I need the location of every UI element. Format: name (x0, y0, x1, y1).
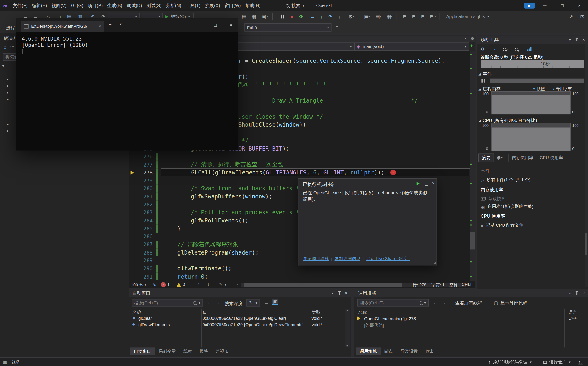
breakpoint-margin[interactable] (128, 249, 137, 257)
breakpoint-margin[interactable] (128, 217, 137, 225)
horizontal-scrollbar-thumb[interactable] (244, 283, 402, 287)
callstack-tab[interactable]: 调用堆栈 (356, 347, 380, 355)
titlebar-search[interactable]: 搜索 ▾ (286, 0, 304, 11)
column-language[interactable]: 语言 (569, 310, 577, 315)
breakpoint-margin[interactable] (128, 272, 137, 280)
frame-name[interactable]: [外部代码] (364, 322, 384, 328)
step-into-icon[interactable]: ↓ (317, 11, 326, 22)
menu-item[interactable]: 项目(P) (86, 0, 105, 11)
console-close-button[interactable]: × (225, 18, 237, 32)
bookmark-folder-icon[interactable]: ⚑ (418, 11, 427, 22)
gear-icon[interactable]: ⚙ (471, 36, 474, 41)
popup-link[interactable]: 启动 Live Share 会话... (366, 256, 410, 262)
breakpoint-margin[interactable] (128, 161, 137, 169)
code-line-276[interactable]: 276 (128, 153, 470, 161)
tab-close-icon[interactable]: × (99, 24, 101, 29)
tree-item[interactable]: ▸ (7, 91, 9, 95)
forward-icon[interactable]: → (216, 300, 220, 305)
tree-item[interactable]: ▸ (7, 77, 9, 81)
autos-search-input[interactable]: 搜索(Ctrl+E) ▾ (132, 299, 203, 307)
popup-link[interactable]: 显示调用堆栈 (303, 256, 329, 262)
close-icon[interactable]: × (343, 289, 349, 297)
autos-header[interactable]: 自动窗口 ▾ × (128, 289, 351, 297)
minimize-button[interactable]: ─ (536, 0, 553, 11)
variable-value[interactable]: 0x00007ff69ca71e23 {OpenGL.exe!glClear} (202, 316, 286, 321)
close-icon[interactable]: × (581, 36, 586, 44)
breakpoint-margin[interactable] (128, 233, 137, 241)
menu-item[interactable]: 视图(V) (49, 0, 69, 11)
pin-icon[interactable] (574, 36, 580, 44)
chevron-down-icon[interactable]: ▾ (391, 11, 393, 22)
callstack-search-input[interactable]: 搜索(Ctrl+E) ▾ (357, 299, 429, 307)
tree-item[interactable]: ▸ (7, 122, 9, 126)
sync-icon[interactable]: ⟳ (10, 44, 14, 49)
console-output[interactable]: 4.6.0 NVIDIA 551.23[OpenGL Error] (1280) (16, 32, 238, 150)
cpu-chart[interactable] (491, 123, 571, 151)
chevron-down-icon[interactable]: ▾ (330, 289, 335, 297)
column-divider[interactable] (309, 309, 309, 348)
app-insights-dropdown[interactable]: Application Insights ▾ (446, 11, 489, 22)
autos-scrollbar[interactable]: ▴ ▾ (345, 309, 350, 348)
close-button[interactable]: × (571, 0, 588, 11)
solution-explorer-icon[interactable]: ▤ (240, 11, 248, 22)
feedback-icon[interactable]: ✉ (578, 11, 586, 22)
show-next-statement-icon[interactable]: → (308, 11, 317, 22)
hex-toggle-icon[interactable]: ▣ (272, 299, 278, 305)
tree-item[interactable]: ▸ (7, 84, 9, 88)
reset-view-icon[interactable] (527, 47, 531, 51)
maximize-button[interactable]: □ (553, 0, 571, 11)
menu-item[interactable]: 调试(D) (124, 0, 144, 11)
warning-indicator[interactable]: 0 (177, 282, 185, 287)
bookmark-prev-icon[interactable]: ⚑ (401, 11, 409, 22)
breakpoint-margin[interactable] (128, 192, 137, 200)
chevron-down-icon[interactable]: ▾ (567, 289, 573, 297)
autos-tab[interactable]: 线程 (179, 347, 196, 355)
show-external-code-button[interactable]: ▢ 显示外部代码 (494, 299, 527, 307)
column-name[interactable]: 名称 (358, 310, 367, 315)
zoom-dropdown[interactable]: 100 % ▾ (131, 281, 146, 288)
menu-item[interactable]: 编辑(E) (30, 0, 49, 11)
chevron-down-icon[interactable]: ▾ (353, 11, 355, 22)
callstack-tab[interactable]: 断点 (380, 347, 397, 355)
column-divider[interactable] (565, 309, 565, 348)
scroll-up-icon[interactable]: ▴ (347, 309, 348, 312)
add-to-source-control-button[interactable]: ↑ 添加到源代码管理 ▾ (489, 358, 531, 366)
tree-item[interactable]: ▸ (7, 97, 9, 101)
close-icon[interactable]: × (432, 181, 435, 186)
editor-scrollbar-thumb[interactable] (470, 232, 475, 250)
breakpoint-margin[interactable] (128, 168, 137, 176)
feedback-window-icon[interactable]: ▣ (3, 359, 7, 364)
console-tab[interactable]: ›_ E:\Desktop\WorkStaff\ProG\6 × (21, 21, 104, 32)
breakpoint-margin[interactable] (128, 176, 137, 184)
diag-tab[interactable]: CPU 使用率 (537, 154, 566, 162)
menu-item[interactable]: 工具(T) (183, 0, 203, 11)
chevron-down-icon[interactable]: ▾ (267, 11, 268, 22)
new-tab-icon[interactable]: + (109, 22, 112, 27)
variable-value[interactable]: 0x00007ff69ca71e29 {OpenGL.exe!glDrawEle… (202, 322, 304, 327)
callstack-header[interactable]: 调用堆栈 ▾ × (354, 289, 588, 297)
console-maximize-button[interactable]: □ (210, 18, 221, 32)
breakpoint-margin[interactable] (128, 153, 137, 161)
line-ending[interactable]: CRLF (461, 282, 473, 287)
pause-icon[interactable] (481, 79, 485, 82)
back-icon[interactable]: ← (433, 300, 438, 305)
events-section-header[interactable]: ◢ 事件 (478, 71, 492, 77)
menu-item[interactable]: 生成(B) (105, 0, 124, 11)
continue-icon[interactable]: ▶ (417, 181, 420, 186)
breakpoint-margin[interactable] (128, 265, 137, 273)
editor-scrollbar[interactable] (470, 51, 476, 281)
summary-item[interactable]: ◇所有事件(1 个, 共 1 个) (481, 177, 582, 183)
column-header[interactable]: 名称 (132, 310, 141, 315)
menu-item[interactable]: 窗口(W) (222, 0, 243, 11)
prev-issue-icon[interactable]: ↑ (198, 282, 200, 286)
float-window-icon[interactable] (425, 182, 428, 187)
add-icon[interactable]: + (470, 43, 473, 48)
back-icon[interactable]: ← (208, 300, 212, 305)
breakpoint-margin[interactable] (128, 257, 137, 265)
exception-icon[interactable]: × (390, 170, 396, 175)
view-all-threads-button[interactable]: ≡ 查看所有线程 (450, 299, 482, 307)
callstack-tab[interactable]: 异常设置 (397, 347, 422, 355)
pause-icon[interactable] (278, 11, 287, 22)
summary-item[interactable]: 截取快照 (481, 196, 582, 202)
breakpoint-margin[interactable] (128, 208, 137, 217)
